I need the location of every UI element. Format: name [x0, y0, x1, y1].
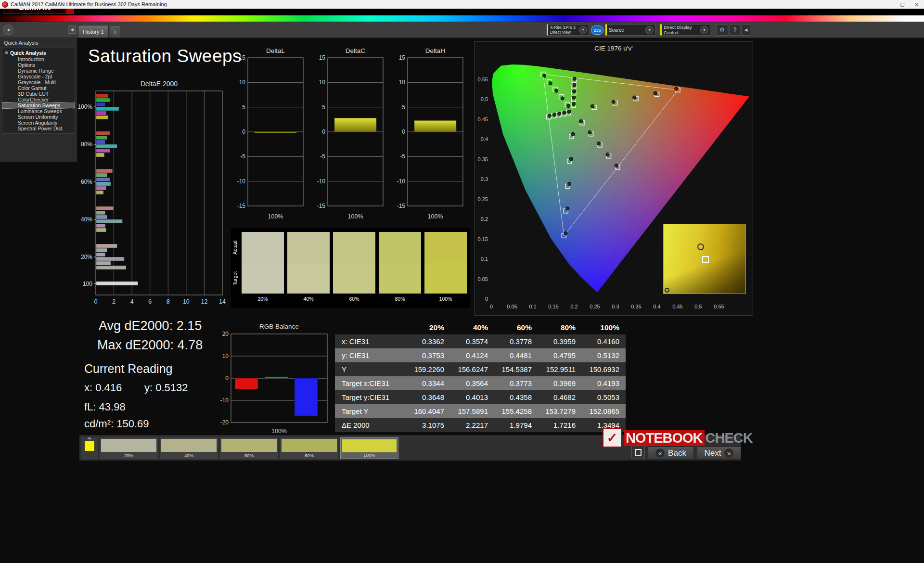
sidebar-item-spectral-power-dist[interactable]: Spectral Power Dist.: [2, 126, 75, 131]
back-button[interactable]: « Back: [648, 447, 694, 460]
target-swatch-80%: [379, 263, 421, 294]
tab-history-1[interactable]: History 1: [78, 25, 109, 38]
next-button[interactable]: Next »: [697, 447, 741, 460]
svg-text:-10: -10: [317, 178, 326, 185]
sidebar-item-saturation-sweeps[interactable]: Saturation Sweeps: [2, 102, 75, 108]
avg-de2000: Avg dE2000: 2.15: [99, 319, 202, 333]
svg-text:RGB Balance: RGB Balance: [259, 323, 299, 330]
rainbow-gradient-bar: [0, 15, 924, 22]
sidebar-item-dynamic-range[interactable]: Dynamic Range: [2, 68, 75, 74]
target-row-label: Target: [232, 263, 239, 294]
svg-text:-20: -20: [220, 419, 229, 426]
svg-text:0.15: 0.15: [478, 236, 488, 242]
table-cell: 152.0865: [581, 404, 625, 418]
table-cell: 155.4258: [494, 404, 538, 418]
svg-text:15: 15: [319, 54, 326, 61]
table-cell: 0.4481: [494, 348, 538, 362]
tree-root-quick-analysis[interactable]: Quick Analysis: [2, 50, 75, 56]
current-reading-heading: Current Reading: [84, 362, 172, 376]
svg-text:-10: -10: [237, 178, 246, 185]
table-cell: 153.7279: [538, 404, 581, 418]
table-cell: 150.6932: [581, 362, 625, 376]
sidebar-item-grayscale-multi[interactable]: Grayscale - Multi: [2, 79, 75, 85]
deltae2000-chart: DeltaE 200002468101214100%80%60%40%20%10…: [72, 79, 231, 308]
table-cell: 3.1075: [406, 418, 450, 432]
table-header-cell: 40%: [450, 320, 494, 334]
sidebar-item-colorchecker[interactable]: ColorChecker: [2, 97, 75, 102]
tab-bar: ◄ ◀ History 1 + X-Rite i1Pro 2 Direct Vi…: [0, 22, 924, 38]
display-control-dropdown[interactable]: Direct Display Control ▼: [660, 24, 710, 36]
actual-swatch-40%: [287, 232, 330, 263]
table-row: Y159.2260156.6247154.5387152.9511150.693…: [335, 362, 626, 376]
deltal-chart: DeltaL151050-5-10-15100%: [235, 46, 312, 225]
table-cell: 0.3574: [450, 334, 494, 348]
svg-text:-15: -15: [397, 203, 406, 209]
patch-label: 40%: [160, 453, 218, 458]
table-cell: 0.3778: [494, 334, 538, 348]
close-button[interactable]: ✕: [910, 0, 924, 9]
stop-button[interactable]: [631, 446, 645, 459]
source-dropdown[interactable]: Source ▼: [605, 24, 655, 36]
swatch-column-40%: 40%: [287, 232, 330, 302]
patch-tile-60%[interactable]: 60%: [220, 437, 278, 459]
maximize-button[interactable]: ▢: [895, 0, 910, 9]
patch-tile-80%[interactable]: 80%: [280, 437, 338, 459]
sidebar-item-grayscale-2pt[interactable]: Grayscale - 2pt: [2, 74, 75, 79]
workflow-tree: Quick Analysis IntroductionOptionsDynami…: [2, 48, 75, 134]
sidebar-item-screen-angularity[interactable]: Screen Angularity: [2, 120, 75, 126]
svg-text:0: 0: [94, 298, 98, 305]
add-tab-button[interactable]: +: [110, 26, 120, 38]
meter-dropdown[interactable]: X-Rite i1Pro 2 Direct View ▼: [547, 24, 589, 36]
back-chevrons-icon: «: [655, 448, 665, 458]
svg-text:0.1: 0.1: [529, 304, 536, 309]
help-icon[interactable]: ?: [730, 24, 740, 36]
chevron-down-icon[interactable]: ▼: [645, 26, 654, 34]
panel-toggle-button[interactable]: ◄: [3, 25, 13, 35]
svg-text:20%: 20%: [81, 254, 92, 260]
sidebar-item-introduction[interactable]: Introduction: [2, 56, 75, 62]
sidebar-item-3d-cube-lut[interactable]: 3D Cube LUT: [2, 91, 75, 97]
svg-text:0: 0: [225, 375, 229, 382]
table-cell: 159.2260: [406, 362, 450, 376]
table-cell: 0.3753: [406, 348, 450, 362]
calman-app: CalMAN 2017 CalMAN Ultimate for Business…: [0, 0, 924, 563]
target-swatch-60%: [333, 263, 375, 294]
sidebar-item-luminance-sweeps[interactable]: Luminance Sweeps: [2, 108, 75, 114]
collapse-right-panel-icon[interactable]: ◀: [742, 24, 750, 36]
svg-text:0.35: 0.35: [631, 304, 641, 309]
swatch-label: 100%: [424, 294, 467, 302]
svg-text:0.1: 0.1: [481, 256, 488, 262]
actual-swatch-100%: [424, 232, 467, 263]
patch-label: 60%: [220, 453, 278, 458]
current-fl: fL: 43.98: [84, 401, 126, 413]
patch-tile-40%[interactable]: 40%: [160, 437, 218, 459]
table-row: Target x:CIE310.33440.35640.37730.39690.…: [335, 376, 626, 390]
chevron-down-icon[interactable]: ▼: [579, 26, 587, 34]
minimize-button[interactable]: —: [881, 0, 895, 9]
svg-text:-15: -15: [317, 203, 326, 209]
back-label: Back: [668, 448, 686, 458]
svg-text:0: 0: [242, 128, 245, 135]
svg-text:CIE 1976 u'v': CIE 1976 u'v': [594, 45, 632, 52]
sidebar-item-screen-uniformity[interactable]: Screen Uniformity: [2, 114, 75, 120]
sidebar-collapse-icon[interactable]: ◀: [68, 26, 76, 34]
svg-text:5: 5: [402, 104, 405, 111]
current-patch-tile[interactable]: [81, 437, 98, 459]
patch-tile-20%[interactable]: 20%: [100, 437, 158, 459]
patch-tile-100%[interactable]: 100%: [340, 437, 398, 459]
svg-text:0: 0: [402, 128, 405, 135]
chevron-down-icon[interactable]: ▼: [700, 26, 708, 34]
sidebar-item-color-gamut[interactable]: Color Gamut: [2, 85, 75, 91]
deltac-chart: DeltaC151050-5-10-15100%: [315, 46, 392, 225]
table-header-cell: 100%: [581, 320, 625, 334]
patch-label: 20%: [100, 453, 158, 458]
sidebar-item-options[interactable]: Options: [2, 62, 75, 68]
table-cell: 157.5891: [450, 404, 494, 418]
gear-icon[interactable]: ⚙: [716, 24, 728, 36]
table-cell: 0.3344: [406, 376, 450, 390]
current-cdm2: cd/m²: 150.69: [84, 418, 149, 430]
table-cell: 0.3959: [538, 334, 581, 348]
row-label: x: CIE31: [335, 334, 406, 348]
table-cell: 0.5053: [581, 390, 625, 404]
patch-swatch: [101, 439, 156, 452]
